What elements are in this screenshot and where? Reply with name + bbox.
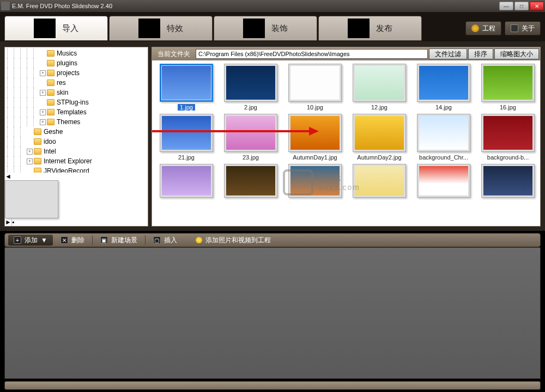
path-label: 当前文件夹 [153,50,195,59]
tab-label: 导入 [62,23,78,34]
thumbnail-item[interactable]: 23.jpg [221,114,281,161]
sort-button[interactable]: 排序 [468,48,493,59]
tree-node[interactable]: +projects [7,68,148,78]
expand-icon[interactable]: + [40,90,46,96]
delete-button[interactable]: ✕删除 [55,235,90,246]
tree-node[interactable]: +Intel [7,146,148,156]
thumbnail-item[interactable]: AutumnDay2.jpg [349,114,409,161]
maximize-button[interactable]: □ [514,2,529,10]
tab-effects[interactable]: 特效 [109,16,213,41]
thumbnail-item[interactable]: 10.jpg [285,64,345,111]
tree-node[interactable]: +Internet Explorer [7,156,148,166]
close-button[interactable]: ✕ [530,2,544,10]
thumbnail-item[interactable]: 12.jpg [349,64,409,111]
insert-button[interactable]: ▢插入 [148,235,183,246]
path-input[interactable] [196,49,428,59]
button-label: 添加 [25,236,38,245]
thumbnail-caption: AutumnDay2.jpg [357,154,401,161]
project-button[interactable]: 工程 [465,21,501,35]
tree-node[interactable]: res [7,78,148,88]
thumbnail-caption: 23.jpg [243,154,259,161]
tab-label: 发布 [376,23,392,34]
folder-icon [34,128,41,135]
folder-name: STPlug-ins [57,99,89,106]
tree-node[interactable]: Geshe [7,127,148,137]
newscene-button[interactable]: ▣新建场景 [95,235,143,246]
tree-scrollbar[interactable]: ◄►▪ [5,173,148,226]
thumbnail-image [417,164,470,198]
thumbsize-button[interactable]: 缩略图大小 [494,48,539,59]
tab-publish[interactable]: 发布 [318,16,422,41]
thumbnail-item[interactable] [221,164,281,200]
thumbnail-caption: AutumnDay1.jpg [293,154,337,161]
folder-icon [47,79,55,86]
about-button[interactable]: 关于 [505,21,541,35]
button-label: 删除 [71,236,84,245]
thumbnail-item[interactable]: background_Chr... [414,114,474,161]
folder-name: res [57,79,66,87]
thumbnail-item[interactable] [414,164,474,200]
folder-icon [47,70,55,76]
folder-icon [47,119,55,125]
expand-icon[interactable]: + [40,70,46,76]
thumbnail-item[interactable] [478,164,538,200]
thumbnail-caption: 14.jpg [435,104,452,111]
path-bar: 当前文件夹 文件过滤 排序 缩略图大小 [152,47,540,60]
folder-name: Intel [44,148,56,155]
tree-node[interactable]: STPlug-ins [7,97,148,107]
thumbnail-item[interactable]: AutumnDay1.jpg [285,114,345,161]
minimize-button[interactable]: — [499,2,513,10]
folder-icon [47,50,55,57]
tab-icon [138,19,160,38]
button-label: 关于 [522,24,535,33]
tree-node[interactable]: idoo [7,137,148,146]
tree-node[interactable]: plugins [7,58,148,68]
thumbnail-item[interactable]: background-b... [478,114,538,161]
expand-icon[interactable]: + [40,119,46,125]
hint-label: 添加照片和视频到工程 [205,236,271,245]
timeline-toolbar: +添加▼ ✕删除 ▣新建场景 ▢插入 添加照片和视频到工程 [4,233,541,247]
footer-bar [4,381,541,390]
folder-name: idoo [44,138,56,145]
folder-icon [47,89,55,96]
thumbnail-caption: 16.jpg [500,104,516,111]
add-button[interactable]: +添加▼ [8,235,53,246]
folder-icon [34,138,41,145]
tab-decorate[interactable]: 装饰 [214,16,317,41]
tree-node[interactable]: +Themes [7,117,148,127]
annotation-arrow [152,130,310,132]
thumbnail-item[interactable]: 21.jpg [156,114,216,161]
insert-icon: ▢ [153,236,161,244]
timeline-area[interactable] [4,247,541,379]
thumbnail-item[interactable] [349,164,409,200]
tree-node[interactable]: JRVideoRecord [7,166,148,173]
folder-icon [34,148,41,155]
thumbnail-image [160,64,213,102]
thumbnail-item[interactable] [156,164,216,200]
folder-name: Templates [57,108,87,116]
expand-icon[interactable]: + [40,109,46,115]
thumbnail-item[interactable]: 2.jpg [221,64,281,111]
folder-icon [34,168,41,173]
filter-button[interactable]: 文件过滤 [429,48,467,59]
thumbnail-item[interactable]: 14.jpg [414,64,474,111]
thumbnail-item[interactable]: 1.jpg [156,64,216,111]
thumbnail-caption: background_Chr... [419,154,468,161]
expand-icon[interactable]: + [27,158,33,164]
thumbnail-image [481,164,535,198]
thumbnail-caption: 2.jpg [244,104,257,111]
scene-icon: ▣ [100,236,108,244]
thumbnail-grid: 安下载 anxz.com 1.jpg2.jpg10.jpg12.jpg14.jp… [152,60,540,226]
thumbnail-item[interactable]: 16.jpg [478,64,538,111]
tree-node[interactable]: +Templates [7,107,148,117]
expand-icon[interactable]: + [27,149,33,155]
tree-node[interactable]: +skin [7,88,148,97]
thumbnail-image [417,64,470,102]
thumbnail-image [481,64,535,102]
tree-node[interactable]: Musics [7,48,148,58]
tab-label: 特效 [167,23,183,34]
tab-import[interactable]: 导入 [4,16,108,41]
thumbnail-caption: 1.jpg [178,104,195,111]
gear-icon [471,24,479,32]
thumbnail-item[interactable] [285,164,345,200]
